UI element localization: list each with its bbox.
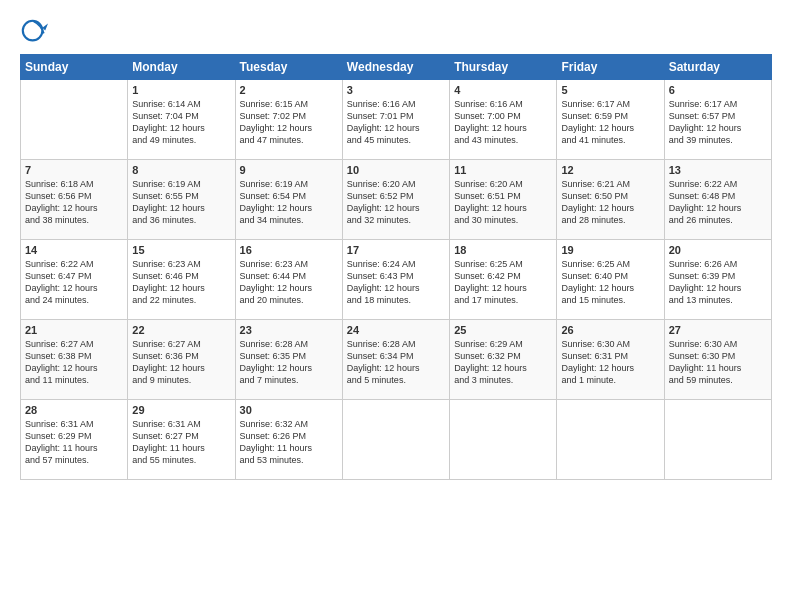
day-info: Sunrise: 6:21 AMSunset: 6:50 PMDaylight:… <box>561 178 659 227</box>
header <box>20 18 772 46</box>
day-cell: 10Sunrise: 6:20 AMSunset: 6:52 PMDayligh… <box>342 160 449 240</box>
day-number: 14 <box>25 244 123 256</box>
day-info: Sunrise: 6:25 AMSunset: 6:42 PMDaylight:… <box>454 258 552 307</box>
day-cell: 5Sunrise: 6:17 AMSunset: 6:59 PMDaylight… <box>557 80 664 160</box>
day-cell: 22Sunrise: 6:27 AMSunset: 6:36 PMDayligh… <box>128 320 235 400</box>
day-info: Sunrise: 6:16 AMSunset: 7:00 PMDaylight:… <box>454 98 552 147</box>
day-info: Sunrise: 6:29 AMSunset: 6:32 PMDaylight:… <box>454 338 552 387</box>
day-info: Sunrise: 6:31 AMSunset: 6:27 PMDaylight:… <box>132 418 230 467</box>
day-number: 22 <box>132 324 230 336</box>
day-cell: 14Sunrise: 6:22 AMSunset: 6:47 PMDayligh… <box>21 240 128 320</box>
header-cell: Friday <box>557 55 664 80</box>
day-info: Sunrise: 6:23 AMSunset: 6:44 PMDaylight:… <box>240 258 338 307</box>
day-number: 30 <box>240 404 338 416</box>
day-info: Sunrise: 6:20 AMSunset: 6:51 PMDaylight:… <box>454 178 552 227</box>
day-info: Sunrise: 6:20 AMSunset: 6:52 PMDaylight:… <box>347 178 445 227</box>
day-number: 26 <box>561 324 659 336</box>
day-cell: 8Sunrise: 6:19 AMSunset: 6:55 PMDaylight… <box>128 160 235 240</box>
day-number: 7 <box>25 164 123 176</box>
day-number: 3 <box>347 84 445 96</box>
day-number: 15 <box>132 244 230 256</box>
calendar-page: SundayMondayTuesdayWednesdayThursdayFrid… <box>0 0 792 612</box>
day-info: Sunrise: 6:17 AMSunset: 6:57 PMDaylight:… <box>669 98 767 147</box>
day-cell: 1Sunrise: 6:14 AMSunset: 7:04 PMDaylight… <box>128 80 235 160</box>
day-number: 17 <box>347 244 445 256</box>
day-cell <box>557 400 664 480</box>
day-info: Sunrise: 6:15 AMSunset: 7:02 PMDaylight:… <box>240 98 338 147</box>
day-cell: 15Sunrise: 6:23 AMSunset: 6:46 PMDayligh… <box>128 240 235 320</box>
day-number: 5 <box>561 84 659 96</box>
header-row: SundayMondayTuesdayWednesdayThursdayFrid… <box>21 55 772 80</box>
header-cell: Sunday <box>21 55 128 80</box>
day-cell <box>664 400 771 480</box>
day-cell <box>450 400 557 480</box>
week-row: 14Sunrise: 6:22 AMSunset: 6:47 PMDayligh… <box>21 240 772 320</box>
day-number: 4 <box>454 84 552 96</box>
day-cell <box>342 400 449 480</box>
header-cell: Saturday <box>664 55 771 80</box>
day-cell: 26Sunrise: 6:30 AMSunset: 6:31 PMDayligh… <box>557 320 664 400</box>
day-number: 9 <box>240 164 338 176</box>
day-cell: 12Sunrise: 6:21 AMSunset: 6:50 PMDayligh… <box>557 160 664 240</box>
day-cell: 29Sunrise: 6:31 AMSunset: 6:27 PMDayligh… <box>128 400 235 480</box>
day-number: 18 <box>454 244 552 256</box>
header-cell: Monday <box>128 55 235 80</box>
day-info: Sunrise: 6:27 AMSunset: 6:36 PMDaylight:… <box>132 338 230 387</box>
logo <box>20 18 52 46</box>
day-info: Sunrise: 6:14 AMSunset: 7:04 PMDaylight:… <box>132 98 230 147</box>
day-number: 25 <box>454 324 552 336</box>
day-info: Sunrise: 6:18 AMSunset: 6:56 PMDaylight:… <box>25 178 123 227</box>
day-info: Sunrise: 6:28 AMSunset: 6:35 PMDaylight:… <box>240 338 338 387</box>
day-cell: 7Sunrise: 6:18 AMSunset: 6:56 PMDaylight… <box>21 160 128 240</box>
day-number: 6 <box>669 84 767 96</box>
header-cell: Tuesday <box>235 55 342 80</box>
day-cell: 6Sunrise: 6:17 AMSunset: 6:57 PMDaylight… <box>664 80 771 160</box>
day-cell: 3Sunrise: 6:16 AMSunset: 7:01 PMDaylight… <box>342 80 449 160</box>
day-number: 10 <box>347 164 445 176</box>
day-cell: 24Sunrise: 6:28 AMSunset: 6:34 PMDayligh… <box>342 320 449 400</box>
day-number: 1 <box>132 84 230 96</box>
svg-point-0 <box>23 21 43 41</box>
day-info: Sunrise: 6:24 AMSunset: 6:43 PMDaylight:… <box>347 258 445 307</box>
day-number: 23 <box>240 324 338 336</box>
day-cell: 9Sunrise: 6:19 AMSunset: 6:54 PMDaylight… <box>235 160 342 240</box>
week-row: 28Sunrise: 6:31 AMSunset: 6:29 PMDayligh… <box>21 400 772 480</box>
day-number: 11 <box>454 164 552 176</box>
day-number: 27 <box>669 324 767 336</box>
logo-icon <box>20 18 48 46</box>
day-number: 19 <box>561 244 659 256</box>
week-row: 1Sunrise: 6:14 AMSunset: 7:04 PMDaylight… <box>21 80 772 160</box>
day-cell <box>21 80 128 160</box>
day-info: Sunrise: 6:19 AMSunset: 6:54 PMDaylight:… <box>240 178 338 227</box>
day-info: Sunrise: 6:31 AMSunset: 6:29 PMDaylight:… <box>25 418 123 467</box>
day-info: Sunrise: 6:22 AMSunset: 6:47 PMDaylight:… <box>25 258 123 307</box>
day-cell: 16Sunrise: 6:23 AMSunset: 6:44 PMDayligh… <box>235 240 342 320</box>
calendar-table: SundayMondayTuesdayWednesdayThursdayFrid… <box>20 54 772 480</box>
day-info: Sunrise: 6:16 AMSunset: 7:01 PMDaylight:… <box>347 98 445 147</box>
calendar-body: 1Sunrise: 6:14 AMSunset: 7:04 PMDaylight… <box>21 80 772 480</box>
day-cell: 17Sunrise: 6:24 AMSunset: 6:43 PMDayligh… <box>342 240 449 320</box>
day-cell: 2Sunrise: 6:15 AMSunset: 7:02 PMDaylight… <box>235 80 342 160</box>
day-cell: 21Sunrise: 6:27 AMSunset: 6:38 PMDayligh… <box>21 320 128 400</box>
day-number: 20 <box>669 244 767 256</box>
day-number: 2 <box>240 84 338 96</box>
day-cell: 18Sunrise: 6:25 AMSunset: 6:42 PMDayligh… <box>450 240 557 320</box>
day-cell: 20Sunrise: 6:26 AMSunset: 6:39 PMDayligh… <box>664 240 771 320</box>
day-number: 29 <box>132 404 230 416</box>
day-cell: 23Sunrise: 6:28 AMSunset: 6:35 PMDayligh… <box>235 320 342 400</box>
day-number: 28 <box>25 404 123 416</box>
day-cell: 25Sunrise: 6:29 AMSunset: 6:32 PMDayligh… <box>450 320 557 400</box>
day-cell: 27Sunrise: 6:30 AMSunset: 6:30 PMDayligh… <box>664 320 771 400</box>
day-info: Sunrise: 6:19 AMSunset: 6:55 PMDaylight:… <box>132 178 230 227</box>
day-cell: 19Sunrise: 6:25 AMSunset: 6:40 PMDayligh… <box>557 240 664 320</box>
day-info: Sunrise: 6:26 AMSunset: 6:39 PMDaylight:… <box>669 258 767 307</box>
day-info: Sunrise: 6:25 AMSunset: 6:40 PMDaylight:… <box>561 258 659 307</box>
day-cell: 11Sunrise: 6:20 AMSunset: 6:51 PMDayligh… <box>450 160 557 240</box>
day-number: 24 <box>347 324 445 336</box>
day-info: Sunrise: 6:27 AMSunset: 6:38 PMDaylight:… <box>25 338 123 387</box>
day-cell: 30Sunrise: 6:32 AMSunset: 6:26 PMDayligh… <box>235 400 342 480</box>
day-number: 13 <box>669 164 767 176</box>
day-cell: 4Sunrise: 6:16 AMSunset: 7:00 PMDaylight… <box>450 80 557 160</box>
day-info: Sunrise: 6:23 AMSunset: 6:46 PMDaylight:… <box>132 258 230 307</box>
day-cell: 13Sunrise: 6:22 AMSunset: 6:48 PMDayligh… <box>664 160 771 240</box>
